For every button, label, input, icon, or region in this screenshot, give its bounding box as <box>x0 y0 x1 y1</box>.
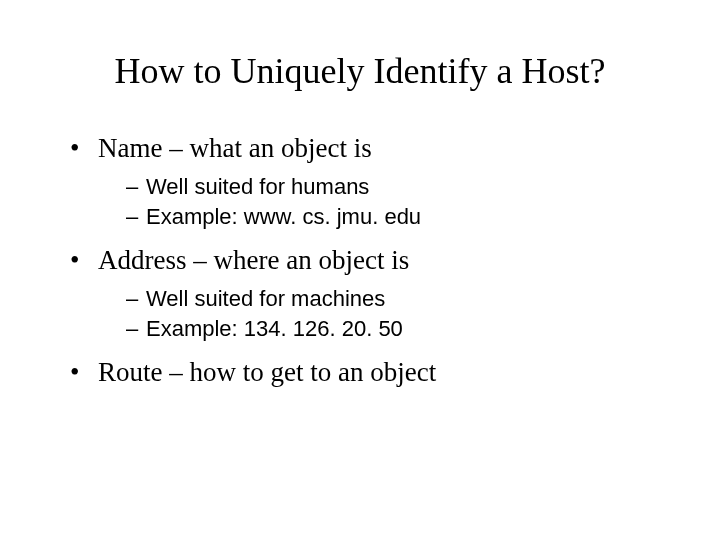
slide-body: Name – what an object is Well suited for… <box>60 130 660 390</box>
bullet-list: Name – what an object is Well suited for… <box>60 130 660 390</box>
list-item: Route – how to get to an object <box>70 354 660 390</box>
slide-title: How to Uniquely Identify a Host? <box>60 50 660 92</box>
list-item: Address – where an object is Well suited… <box>70 242 660 344</box>
sub-bullet-text: Well suited for humans <box>146 174 369 199</box>
sub-bullet-text: Well suited for machines <box>146 286 385 311</box>
sub-list: Well suited for machines Example: 134. 1… <box>98 284 660 343</box>
list-item: Example: 134. 126. 20. 50 <box>126 314 660 344</box>
list-item: Well suited for machines <box>126 284 660 314</box>
bullet-text: Route – how to get to an object <box>98 357 436 387</box>
bullet-text: Address – where an object is <box>98 245 409 275</box>
sub-bullet-text: Example: 134. 126. 20. 50 <box>146 316 403 341</box>
list-item: Well suited for humans <box>126 172 660 202</box>
sub-list: Well suited for humans Example: www. cs.… <box>98 172 660 231</box>
list-item: Example: www. cs. jmu. edu <box>126 202 660 232</box>
bullet-text: Name – what an object is <box>98 133 372 163</box>
list-item: Name – what an object is Well suited for… <box>70 130 660 232</box>
sub-bullet-text: Example: www. cs. jmu. edu <box>146 204 421 229</box>
